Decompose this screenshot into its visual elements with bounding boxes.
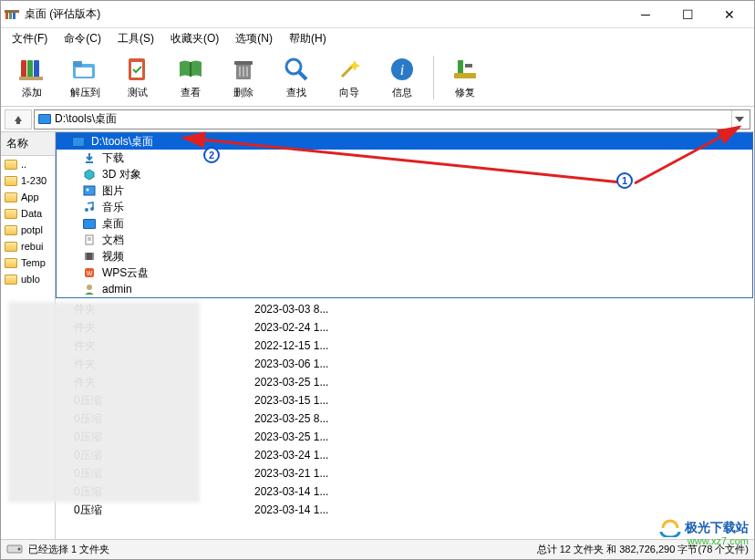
- svg-point-40: [87, 285, 92, 290]
- watermark: 极光下载站 www.xz7.com: [659, 519, 749, 537]
- book-open-icon: [176, 55, 205, 84]
- sidebar-item[interactable]: 1-230: [1, 172, 55, 189]
- dropdown-arrow[interactable]: [731, 110, 746, 129]
- menu-help[interactable]: 帮助(H): [282, 29, 334, 48]
- monitor-icon: [82, 217, 97, 230]
- sidebar-item[interactable]: ublo: [1, 271, 55, 287]
- file-row[interactable]: 0压缩2023-03-14 1...: [56, 501, 754, 519]
- dropdown-item[interactable]: 音乐: [57, 199, 752, 215]
- view-button[interactable]: 查看: [165, 51, 216, 104]
- music-icon: [82, 201, 97, 213]
- svg-text:W: W: [87, 270, 93, 276]
- dropdown-item[interactable]: 桌面: [57, 215, 752, 232]
- status-left: 已经选择 1 文件夹: [28, 543, 537, 556]
- disk-icon: [6, 544, 23, 556]
- repair-icon: [450, 55, 480, 84]
- svg-rect-5: [27, 60, 33, 78]
- address-bar-row: D:\tools\桌面: [1, 107, 754, 132]
- annotation-badge-1: 1: [616, 172, 633, 189]
- sidebar-item[interactable]: Temp: [1, 254, 55, 271]
- dropdown-item[interactable]: admin: [57, 281, 752, 297]
- sidebar-item[interactable]: rebui: [1, 238, 55, 254]
- svg-rect-16: [239, 67, 241, 77]
- dropdown-item[interactable]: 图片: [57, 182, 752, 199]
- sidebar-item[interactable]: Data: [1, 205, 55, 222]
- sidebar-item[interactable]: ..: [1, 156, 55, 172]
- menu-tools[interactable]: 工具(S): [110, 29, 161, 48]
- add-button[interactable]: 添加: [6, 51, 57, 104]
- watermark-logo-icon: [659, 519, 681, 537]
- statusbar: 已经选择 1 文件夹 总计 12 文件夹 和 382,726,290 字节(78…: [1, 539, 754, 559]
- find-button[interactable]: 查找: [271, 51, 322, 104]
- svg-rect-3: [5, 10, 19, 13]
- svg-rect-13: [190, 62, 191, 77]
- sidebar-item[interactable]: potpl: [1, 222, 55, 238]
- dropdown-item[interactable]: 下载: [57, 150, 752, 166]
- redacted-area: [8, 302, 200, 503]
- folder-icon: [5, 275, 17, 285]
- dropdown-item[interactable]: 3D 对象: [57, 166, 752, 182]
- svg-rect-37: [92, 253, 94, 260]
- window-title: 桌面 (评估版本): [25, 6, 625, 22]
- sidebar-header[interactable]: 名称: [1, 132, 55, 156]
- extract-button[interactable]: 解压到: [59, 51, 110, 104]
- svg-rect-15: [234, 61, 253, 65]
- app-icon: [5, 7, 19, 22]
- dropdown-item[interactable]: WWPS云盘: [57, 264, 752, 281]
- svg-rect-28: [84, 186, 95, 195]
- svg-rect-24: [454, 73, 476, 78]
- svg-rect-26: [465, 64, 472, 67]
- titlebar: 桌面 (评估版本) ─ ☐ ✕: [1, 1, 754, 28]
- folder-icon: [5, 192, 17, 202]
- maximize-button[interactable]: ☐: [667, 2, 708, 27]
- doc-icon: [82, 233, 97, 246]
- menu-file[interactable]: 文件(F): [5, 29, 55, 48]
- svg-rect-18: [246, 67, 248, 77]
- repair-button[interactable]: 修复: [440, 51, 491, 104]
- toolbar: 添加 解压到 测试 查看 删除 查找 向导 i 信息 修复: [1, 48, 754, 107]
- folder-open-icon: [70, 55, 99, 84]
- wizard-button[interactable]: 向导: [324, 51, 375, 104]
- up-button[interactable]: [5, 109, 32, 130]
- svg-point-29: [87, 189, 89, 192]
- menu-options[interactable]: 选项(N): [228, 29, 280, 48]
- arrow-up-icon: [13, 114, 24, 125]
- path-dropdown[interactable]: D:\tools\桌面下载3D 对象图片音乐桌面文档视频WWPS云盘admin: [56, 132, 753, 298]
- sidebar-item[interactable]: App: [1, 189, 55, 205]
- svg-rect-10: [76, 67, 92, 77]
- menu-favorites[interactable]: 收藏夹(O): [163, 29, 226, 48]
- monitor-icon: [71, 135, 86, 148]
- test-button[interactable]: 测试: [112, 51, 163, 104]
- svg-rect-4: [21, 60, 26, 78]
- path-combo[interactable]: D:\tools\桌面: [34, 109, 750, 130]
- folder-icon: [5, 258, 17, 268]
- dropdown-item[interactable]: 文档: [57, 232, 752, 248]
- trash-icon: [229, 55, 258, 84]
- svg-rect-36: [85, 253, 87, 260]
- svg-point-44: [18, 547, 21, 550]
- svg-rect-6: [34, 60, 39, 78]
- info-button[interactable]: i 信息: [377, 51, 428, 104]
- delete-button[interactable]: 删除: [218, 51, 269, 104]
- minimize-button[interactable]: ─: [625, 2, 667, 27]
- picture-icon: [82, 184, 97, 197]
- monitor-icon: [38, 114, 51, 124]
- folder-icon: [5, 176, 17, 186]
- info-icon: i: [388, 55, 417, 84]
- svg-rect-17: [243, 67, 244, 77]
- download-icon: [82, 151, 97, 164]
- dropdown-item[interactable]: D:\tools\桌面: [57, 133, 752, 150]
- path-text: D:\tools\桌面: [55, 111, 731, 127]
- svg-point-19: [286, 59, 301, 74]
- folder-icon: [5, 242, 17, 252]
- svg-rect-7: [19, 77, 43, 80]
- menu-command[interactable]: 命令(C): [57, 29, 109, 48]
- dropdown-item[interactable]: 视频: [57, 248, 752, 264]
- svg-line-20: [299, 72, 306, 79]
- folder-icon: [5, 225, 17, 235]
- chevron-down-icon: [735, 117, 744, 122]
- svg-rect-25: [458, 60, 463, 73]
- close-button[interactable]: ✕: [708, 2, 750, 27]
- annotation-badge-2: 2: [203, 147, 220, 163]
- user-icon: [82, 283, 97, 296]
